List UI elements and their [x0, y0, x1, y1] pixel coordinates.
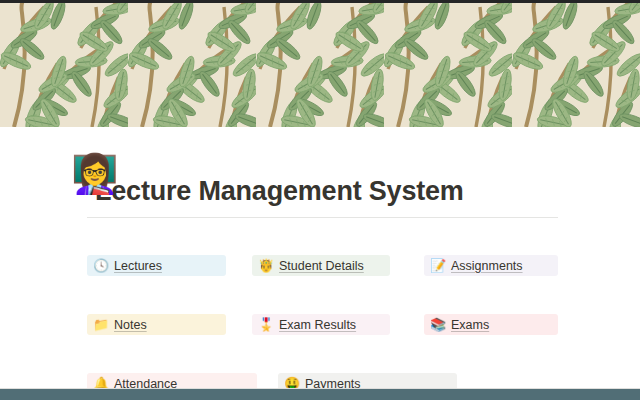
- window-bottom-bar: [0, 389, 640, 400]
- link-card-exam-results[interactable]: 🎖️Exam Results: [252, 314, 390, 335]
- military-medal-icon: 🎖️: [258, 318, 274, 332]
- clock-icon: 🕓: [93, 259, 109, 273]
- link-card-label: Lectures: [114, 259, 162, 273]
- link-card-exams[interactable]: 📚Exams: [424, 314, 558, 335]
- link-card-label: Notes: [114, 318, 147, 332]
- page-icon[interactable]: 👩‍🏫: [71, 152, 118, 196]
- page-cover-banner[interactable]: [0, 3, 640, 127]
- willow-pattern-art: [0, 3, 640, 127]
- divider: [87, 217, 558, 218]
- folder-icon: 📁: [93, 318, 109, 332]
- memo-icon: 📝: [430, 259, 446, 273]
- books-icon: 📚: [430, 318, 446, 332]
- link-card-lectures[interactable]: 🕓Lectures: [87, 255, 226, 276]
- grid-row: 📁Notes🎖️Exam Results📚Exams: [87, 314, 558, 335]
- link-card-label: Exam Results: [279, 318, 356, 332]
- page-title[interactable]: Lecture Management System: [95, 176, 640, 206]
- link-card-student-details[interactable]: 🤴Student Details: [252, 255, 390, 276]
- prince-icon: 🤴: [258, 259, 274, 273]
- links-grid: 🕓Lectures🤴Student Details📝Assignments📁No…: [87, 255, 558, 394]
- page-body: 👩‍🏫 Lecture Management System 🕓Lectures🤴…: [0, 176, 640, 394]
- link-card-label: Exams: [451, 318, 489, 332]
- link-card-label: Student Details: [279, 259, 364, 273]
- link-card-label: Assignments: [451, 259, 523, 273]
- link-card-notes[interactable]: 📁Notes: [87, 314, 226, 335]
- grid-row: 🕓Lectures🤴Student Details📝Assignments: [87, 255, 558, 276]
- link-card-assignments[interactable]: 📝Assignments: [424, 255, 558, 276]
